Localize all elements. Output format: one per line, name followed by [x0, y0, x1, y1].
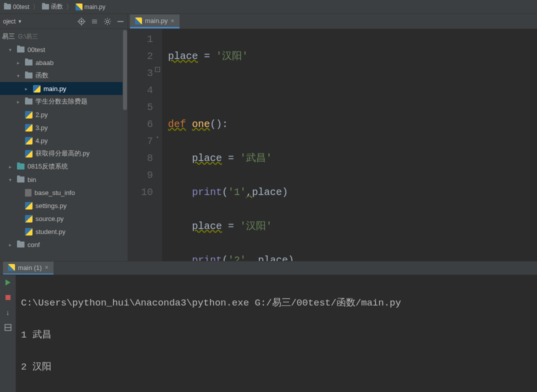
breadcrumb-item-folder[interactable]: 函数	[42, 2, 63, 11]
folder-icon	[25, 98, 32, 104]
svg-point-6	[106, 20, 109, 22]
code-editor[interactable]: 1 2 3 4 5 6 7 8 9 10 - ▴ place = '汉阳' de…	[128, 29, 537, 261]
tree-label: 4.py	[36, 137, 48, 144]
tree-label: 学生分数去除费题	[36, 97, 88, 106]
console-output[interactable]: C:\Users\python_hui\Anaconda3\python.exe…	[16, 275, 537, 392]
tree-label: 0815反馈系统	[28, 162, 68, 171]
tree-item[interactable]: 2.py	[0, 108, 128, 121]
scrollbar-thumb[interactable]	[123, 30, 127, 110]
console-line: 1 武昌	[21, 327, 532, 343]
layout-icon[interactable]	[4, 323, 12, 332]
project-sidebar: oject ▼ 易三 G:\易三 00testabaab函数main.py学生分…	[0, 14, 128, 261]
tree-label: 获取得分最高的.py	[36, 149, 90, 158]
tree-arrow-icon[interactable]	[9, 47, 14, 52]
locate-icon[interactable]	[78, 18, 86, 26]
python-icon	[25, 215, 32, 222]
console-line: C:\Users\python_hui\Anaconda3\python.exe…	[21, 295, 532, 311]
tree-label: 3.py	[36, 124, 48, 132]
breadcrumb-label: 函数	[51, 2, 63, 11]
python-icon	[8, 264, 15, 271]
folder-icon	[17, 164, 24, 170]
breadcrumb-label: 00test	[13, 4, 30, 10]
code-content[interactable]: place = '汉阳' def one(): place = '武昌' pri…	[162, 29, 537, 261]
rerun-icon[interactable]	[4, 278, 12, 287]
tree-arrow-icon[interactable]	[9, 242, 14, 248]
python-icon	[76, 4, 82, 10]
tree-item[interactable]: main.py	[0, 82, 128, 95]
python-icon	[25, 111, 32, 118]
tree-label: 00test	[28, 46, 45, 54]
project-tree[interactable]: 易三 G:\易三 00testabaab函数main.py学生分数去除费题2.p…	[0, 29, 128, 261]
folder-icon	[17, 176, 24, 182]
down-icon[interactable]: ↓	[4, 308, 12, 317]
svg-rect-8	[6, 295, 10, 300]
python-icon	[33, 85, 40, 92]
tree-label: conf	[28, 241, 40, 248]
tree-label: abaab	[36, 59, 54, 66]
python-icon	[25, 124, 32, 132]
tree-item[interactable]: 3.py	[0, 121, 128, 134]
tree-item[interactable]: bin	[0, 173, 128, 186]
fold-close-icon[interactable]: ▴	[155, 135, 160, 140]
tree-label: 2.py	[36, 111, 48, 118]
tree-item[interactable]: 0815反馈系统	[0, 160, 128, 173]
folder-icon	[25, 60, 32, 66]
run-tab-main[interactable]: main (1) ×	[3, 262, 54, 274]
tree-item[interactable]: settings.py	[0, 199, 128, 212]
tab-label: main.py	[145, 17, 168, 24]
editor-tab-main[interactable]: main.py ×	[130, 14, 180, 28]
tree-label: 函数	[36, 71, 48, 80]
tree-item[interactable]: base_stu_info	[0, 186, 128, 199]
sidebar-toolbar: oject ▼	[0, 14, 128, 29]
breadcrumb-item-file[interactable]: main.py	[76, 4, 106, 10]
breadcrumb-item-root[interactable]: 00test	[4, 4, 30, 10]
chevron-right-icon: 〉	[66, 2, 72, 12]
tree-item[interactable]: source.py	[0, 212, 128, 225]
tree-item[interactable]: 获取得分最高的.py	[0, 147, 128, 160]
editor-tabs: main.py ×	[128, 14, 537, 29]
tree-item[interactable]: conf	[0, 238, 128, 251]
svg-point-1	[81, 20, 82, 22]
tree-item[interactable]: 学生分数去除费题	[0, 95, 128, 108]
tree-arrow-icon[interactable]	[9, 164, 14, 170]
tree-arrow-icon[interactable]	[17, 73, 22, 78]
fold-open-icon[interactable]: -	[155, 67, 160, 72]
folder-icon	[17, 46, 24, 52]
chevron-down-icon: ▼	[18, 19, 22, 24]
folder-icon	[42, 4, 49, 10]
tree-arrow-icon[interactable]	[17, 99, 22, 104]
folder-icon	[17, 242, 24, 248]
tree-arrow-icon[interactable]	[9, 177, 14, 182]
run-toolbar: ↓	[0, 275, 16, 392]
scrollbar[interactable]	[122, 29, 128, 261]
python-icon	[25, 202, 32, 210]
folder-icon	[25, 72, 32, 78]
minimize-icon[interactable]	[116, 18, 124, 26]
tree-item[interactable]: 4.py	[0, 134, 128, 147]
close-icon[interactable]: ×	[171, 18, 174, 24]
tree-item[interactable]: 函数	[0, 69, 128, 82]
tree-label: bin	[28, 176, 36, 184]
tree-label: settings.py	[36, 202, 66, 210]
stop-icon[interactable]	[4, 293, 12, 302]
breadcrumb-bar: 00test 〉 函数 〉 main.py	[0, 0, 537, 14]
tree-arrow-icon[interactable]	[17, 60, 22, 66]
tree-item[interactable]: student.py	[0, 225, 128, 238]
collapse-all-icon[interactable]	[90, 18, 98, 26]
python-icon	[135, 18, 142, 24]
python-icon	[25, 228, 32, 236]
tree-root[interactable]: 易三 G:\易三	[0, 30, 128, 43]
breadcrumb-label: main.py	[84, 4, 106, 10]
folder-icon	[4, 4, 11, 10]
tree-label: student.py	[36, 228, 66, 236]
tree-arrow-icon[interactable]	[25, 86, 30, 92]
tree-item[interactable]: abaab	[0, 56, 128, 69]
file-icon	[25, 189, 32, 196]
project-dropdown[interactable]: oject ▼	[3, 18, 22, 25]
run-panel: main (1) × ↓ C:\Users\python_hui\Anacond…	[0, 261, 537, 392]
gutter: 1 2 3 4 5 6 7 8 9 10 - ▴	[128, 29, 162, 261]
gear-icon[interactable]	[104, 18, 112, 26]
tree-item[interactable]: 00test	[0, 43, 128, 56]
close-icon[interactable]: ×	[45, 264, 48, 271]
python-icon	[25, 137, 32, 144]
